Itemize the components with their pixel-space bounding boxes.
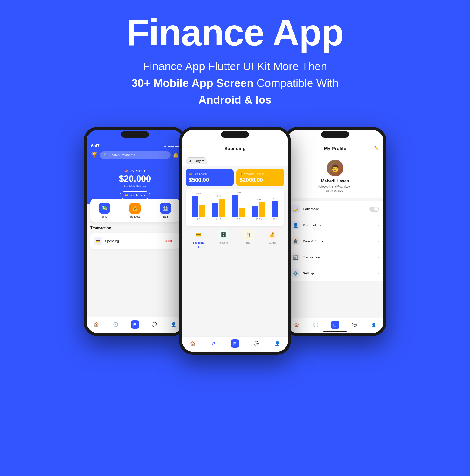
transaction-card: 💳 Spending -$500 › bbox=[90, 233, 180, 249]
spending-cards: 💳 Total Spend $500.00 💰 Available Balanc… bbox=[182, 166, 288, 189]
action-send[interactable]: 💸 Send bbox=[99, 203, 110, 218]
bank-cards-icon: 🏦 bbox=[291, 237, 300, 245]
spending-circle: 💳 bbox=[193, 230, 204, 240]
bar-blue-3 bbox=[232, 195, 238, 217]
settings-icon: ⚙️ bbox=[291, 269, 300, 277]
edit-icon[interactable]: ✏️ bbox=[374, 146, 379, 150]
bar-label-1: $100 bbox=[196, 193, 200, 195]
search-bar[interactable]: 🔍 Search Payments bbox=[100, 151, 171, 159]
search-placeholder: Search Payments bbox=[109, 153, 135, 157]
bar-date-1: 2-8 bbox=[197, 218, 200, 221]
balance-section: 🇺🇸 US Dollar ▾ $20,000 Available Balance… bbox=[87, 164, 183, 204]
personal-info-chevron: › bbox=[378, 223, 379, 227]
nav-chat[interactable]: 💬 bbox=[150, 320, 159, 329]
bar-group-2: $100 9-15 bbox=[212, 199, 225, 221]
nav-home[interactable]: 🏠 bbox=[92, 320, 101, 329]
bar-group-4: $100 23-29 bbox=[252, 202, 266, 221]
bar-group-1: $100 2-8 bbox=[192, 196, 205, 221]
transaction-chevron: › bbox=[378, 255, 379, 259]
right-nav-profile[interactable]: 👤 bbox=[369, 321, 378, 329]
center-nav-home[interactable]: 🏠 bbox=[188, 339, 197, 348]
center-nav-profile[interactable]: 👤 bbox=[273, 339, 282, 348]
bar-group-3: $100 16-22 bbox=[232, 195, 245, 221]
action-request[interactable]: 💰 Request bbox=[129, 203, 141, 218]
dark-mode-toggle[interactable] bbox=[369, 207, 379, 212]
subtitle: Finance App Flutter UI Kit More Then 30+… bbox=[127, 58, 343, 108]
flag-icon: 🇺🇸 bbox=[125, 169, 128, 172]
profile-title: My Profile bbox=[291, 146, 379, 151]
right-nav-dashboard[interactable]: ⊞ bbox=[331, 321, 339, 329]
currency-text: US Dollar bbox=[130, 169, 143, 172]
icon-spending[interactable]: 💳 Spending bbox=[193, 230, 204, 248]
available-label: Available Balance bbox=[91, 185, 179, 188]
subtitle-platform: Android & Ios bbox=[199, 94, 272, 106]
phone-center: Spending January ▾ 💳 Total Spend $500.00 bbox=[179, 127, 291, 355]
right-nav-history[interactable]: 🕐 bbox=[311, 321, 320, 329]
bills-circle: 📋 bbox=[243, 230, 253, 240]
icon-bills[interactable]: 📋 Bills bbox=[243, 230, 253, 248]
center-nav-chart[interactable]: ◔ bbox=[210, 339, 218, 348]
divider-2 bbox=[150, 204, 150, 217]
bank-label: Bank bbox=[163, 215, 168, 218]
bar-yellow-1 bbox=[199, 204, 205, 217]
center-nav-dashboard[interactable]: ⊞ bbox=[231, 339, 239, 348]
subtitle-line1: Finance App Flutter UI Kit More Then bbox=[143, 60, 327, 72]
menu-bank-cards[interactable]: 🏦 Bank & Cards › bbox=[287, 233, 383, 249]
transaction-title: Transaction bbox=[90, 226, 111, 230]
nav-profile[interactable]: 👤 bbox=[169, 320, 178, 329]
dark-mode-icon: 🌙 bbox=[291, 205, 300, 213]
total-spend-amount: $500.00 bbox=[189, 177, 230, 183]
spending-amount: -$500 bbox=[164, 239, 172, 243]
chart-bars: $100 2-8 $100 9-15 bbox=[189, 193, 281, 221]
bell-icon: 🔔 bbox=[173, 152, 179, 158]
spending-title: Spending bbox=[187, 146, 283, 151]
total-spend-card: 💳 Total Spend $500.00 bbox=[186, 169, 234, 187]
transaction-header: Transaction → bbox=[90, 225, 180, 230]
spending-chevron: › bbox=[175, 239, 176, 243]
transaction-icon: 🔄 bbox=[291, 253, 300, 261]
left-notch bbox=[121, 131, 149, 137]
icon-income[interactable]: 🗄️ Income bbox=[218, 230, 229, 248]
phones-container: 6:47 ▲ ●●● ▬ 🏆 🔍 Search Payments 🔔 bbox=[84, 127, 386, 355]
bar-label-2: $100 bbox=[217, 195, 220, 197]
dropdown-arrow: ▾ bbox=[144, 169, 145, 172]
settings-chevron: › bbox=[378, 271, 379, 275]
menu-settings[interactable]: ⚙️ Settings › bbox=[287, 265, 383, 281]
personal-info-icon: 👤 bbox=[291, 221, 300, 229]
wifi-icon: ▲ bbox=[163, 144, 167, 148]
nav-history[interactable]: 🕐 bbox=[111, 320, 120, 329]
menu-dark-mode[interactable]: 🌙 Dark Mode bbox=[287, 201, 383, 217]
spending-dot bbox=[198, 246, 199, 248]
right-bottom-bar bbox=[324, 331, 347, 332]
add-money-button[interactable]: 💳 Add Money bbox=[120, 191, 150, 199]
currency-label: 🇺🇸 US Dollar ▾ bbox=[91, 169, 179, 172]
settings-label: Settings bbox=[303, 272, 374, 275]
battery-icon: ▬ bbox=[175, 144, 179, 148]
menu-personal-info[interactable]: 👤 Personal Info › bbox=[287, 217, 383, 233]
bar-label-5: $100 bbox=[273, 197, 277, 199]
center-bottom-bar bbox=[223, 350, 247, 351]
right-notch bbox=[321, 131, 349, 137]
avatar-emoji: 👨 bbox=[331, 164, 340, 172]
transaction-section: Transaction → 💳 Spending -$500 › bbox=[87, 225, 183, 249]
right-screen: My Profile ✏️ 👨 Mehedi Hasan helloyouthm… bbox=[287, 130, 383, 333]
transaction-item: 💳 Spending -$500 › bbox=[94, 237, 176, 245]
divider-1 bbox=[120, 204, 120, 217]
center-notch bbox=[221, 131, 249, 137]
bills-icon-label: Bills bbox=[245, 241, 250, 244]
center-nav-chat[interactable]: 💬 bbox=[252, 339, 260, 348]
right-nav-home[interactable]: 🏠 bbox=[292, 321, 301, 329]
right-nav-chat[interactable]: 💬 bbox=[350, 321, 359, 329]
menu-transaction[interactable]: 🔄 Transaction › bbox=[287, 249, 383, 265]
month-selector[interactable]: January ▾ bbox=[186, 157, 207, 164]
header-section: Finance App Finance App Flutter UI Kit M… bbox=[127, 0, 343, 118]
send-icon-circle: 💸 bbox=[99, 203, 110, 214]
bar-yellow-2 bbox=[219, 199, 225, 217]
bar-date-2: 9-15 bbox=[216, 218, 221, 221]
total-spend-label: 💳 Total Spend bbox=[189, 172, 230, 175]
nav-dashboard-active[interactable]: ⊞ bbox=[131, 320, 139, 329]
action-bank[interactable]: 🏦 Bank bbox=[160, 203, 171, 218]
trophy-icon: 🏆 bbox=[91, 152, 97, 158]
saving-circle: 💰 bbox=[267, 230, 277, 240]
icon-saving[interactable]: 💰 Saving bbox=[267, 230, 277, 248]
